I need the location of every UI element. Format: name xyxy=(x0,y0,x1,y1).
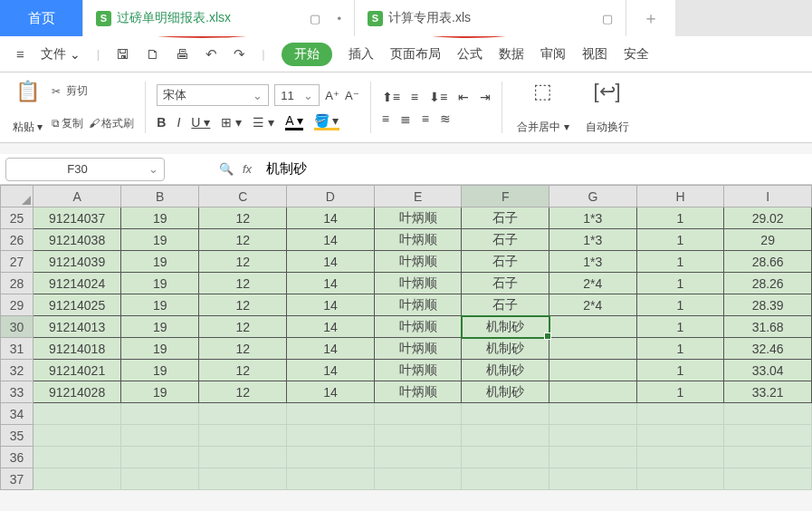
cell[interactable]: 14 xyxy=(287,360,375,381)
indent-dec-button[interactable]: ⇤ xyxy=(458,90,469,104)
cell[interactable]: 31.68 xyxy=(724,316,812,338)
cell[interactable]: 91214038 xyxy=(33,229,121,251)
cell[interactable]: 1*3 xyxy=(549,229,637,251)
formula-input[interactable] xyxy=(261,161,807,177)
cell[interactable] xyxy=(549,316,637,338)
cell[interactable]: 叶炳顺 xyxy=(374,360,462,381)
row-header[interactable]: 31 xyxy=(1,338,33,360)
cell[interactable]: 19 xyxy=(120,229,199,251)
cell[interactable]: 32.46 xyxy=(724,338,812,360)
fill-color-button[interactable]: 🪣 ▾ xyxy=(314,113,339,130)
cell[interactable]: 29.02 xyxy=(724,207,812,229)
cell[interactable]: 1 xyxy=(636,207,724,229)
cell[interactable] xyxy=(636,447,724,468)
cell[interactable] xyxy=(374,425,462,447)
cell[interactable]: 29 xyxy=(724,229,812,251)
cell[interactable]: 机制砂 xyxy=(462,316,549,338)
cell[interactable]: 19 xyxy=(120,207,199,229)
hamburger-icon[interactable]: ≡ xyxy=(16,46,24,62)
cell[interactable]: 1 xyxy=(636,273,724,294)
cell[interactable]: 14 xyxy=(287,229,375,251)
cell[interactable] xyxy=(287,468,375,490)
cell[interactable] xyxy=(724,447,812,468)
fx-icon[interactable]: fx xyxy=(243,162,252,176)
font-size-select[interactable]: 11 ⌄ xyxy=(274,84,320,106)
cell[interactable] xyxy=(549,403,637,425)
row-header[interactable]: 36 xyxy=(1,447,33,468)
col-header[interactable]: B xyxy=(120,186,199,207)
cell[interactable]: 19 xyxy=(120,251,199,273)
cell[interactable]: 91214028 xyxy=(33,381,121,403)
cell[interactable] xyxy=(374,403,462,425)
align-right-button[interactable]: ≡ xyxy=(422,111,429,126)
cell[interactable]: 28.26 xyxy=(724,273,812,294)
cell[interactable] xyxy=(199,425,287,447)
cell[interactable]: 石子 xyxy=(462,229,549,251)
cell[interactable] xyxy=(724,468,812,490)
cell[interactable] xyxy=(287,403,375,425)
col-header[interactable]: D xyxy=(287,186,375,207)
paste-button[interactable]: 📋 粘贴 ▾ xyxy=(9,78,46,137)
select-all-corner[interactable] xyxy=(1,186,33,207)
align-bottom-button[interactable]: ⬇≡ xyxy=(429,90,447,104)
cell[interactable]: 14 xyxy=(287,273,375,294)
cell[interactable] xyxy=(120,468,199,490)
cell[interactable]: 机制砂 xyxy=(462,338,549,360)
row-header[interactable]: 25 xyxy=(1,207,33,229)
cell[interactable] xyxy=(199,447,287,468)
cell[interactable] xyxy=(549,425,637,447)
cell[interactable]: 12 xyxy=(199,273,287,294)
print-preview-icon[interactable]: 🗋 xyxy=(146,46,159,62)
menu-tab-start[interactable]: 开始 xyxy=(282,43,332,66)
menu-tab-review[interactable]: 审阅 xyxy=(540,46,566,63)
cell[interactable] xyxy=(462,403,549,425)
font-name-select[interactable]: 宋体 ⌄ xyxy=(157,84,269,106)
cell[interactable] xyxy=(33,447,121,468)
cell[interactable] xyxy=(33,425,121,447)
cell[interactable]: 91214037 xyxy=(33,207,121,229)
menu-tab-data[interactable]: 数据 xyxy=(499,46,524,63)
cell[interactable]: 1 xyxy=(636,294,724,316)
cell[interactable]: 33.21 xyxy=(724,381,812,403)
cell[interactable] xyxy=(549,338,637,360)
cell[interactable]: 石子 xyxy=(462,251,549,273)
merge-center-button[interactable]: ⬚ 合并居中 ▾ xyxy=(513,78,572,137)
cell[interactable] xyxy=(462,468,549,490)
col-header[interactable]: C xyxy=(199,186,287,207)
cell[interactable]: 28.39 xyxy=(724,294,812,316)
cell[interactable]: 机制砂 xyxy=(462,381,549,403)
cell[interactable]: 91214013 xyxy=(33,316,121,338)
cell[interactable]: 12 xyxy=(199,316,287,338)
align-left-button[interactable]: ≡ xyxy=(382,111,389,126)
cell[interactable]: 91214021 xyxy=(33,360,121,381)
menu-tab-layout[interactable]: 页面布局 xyxy=(390,46,441,63)
tab-home[interactable]: 首页 xyxy=(0,0,83,36)
cell[interactable]: 91214024 xyxy=(33,273,121,294)
row-header[interactable]: 28 xyxy=(1,273,33,294)
cell[interactable] xyxy=(462,425,549,447)
cell[interactable]: 19 xyxy=(120,360,199,381)
cell[interactable] xyxy=(374,468,462,490)
cell[interactable] xyxy=(287,425,375,447)
cell[interactable]: 2*4 xyxy=(549,273,637,294)
cell[interactable]: 1*3 xyxy=(549,207,637,229)
col-header[interactable]: F xyxy=(462,186,549,207)
cell[interactable]: 12 xyxy=(199,381,287,403)
cell[interactable]: 14 xyxy=(287,207,375,229)
cell[interactable]: 12 xyxy=(199,229,287,251)
cell[interactable] xyxy=(374,447,462,468)
align-top-button[interactable]: ⬆≡ xyxy=(382,90,400,104)
row-header[interactable]: 33 xyxy=(1,381,33,403)
cell[interactable]: 叶炳顺 xyxy=(374,207,462,229)
cell[interactable] xyxy=(549,468,637,490)
cell[interactable]: 19 xyxy=(120,294,199,316)
redo-icon[interactable]: ↷ xyxy=(234,46,245,63)
align-middle-button[interactable]: ≡ xyxy=(411,90,418,104)
cell[interactable]: 1 xyxy=(636,251,724,273)
cell[interactable]: 91214039 xyxy=(33,251,121,273)
row-header[interactable]: 32 xyxy=(1,360,33,381)
cell[interactable]: 33.04 xyxy=(724,360,812,381)
search-icon[interactable]: 🔍 xyxy=(219,162,234,176)
cell[interactable]: 叶炳顺 xyxy=(374,273,462,294)
file-menu[interactable]: 文件 ⌄ xyxy=(41,46,81,63)
